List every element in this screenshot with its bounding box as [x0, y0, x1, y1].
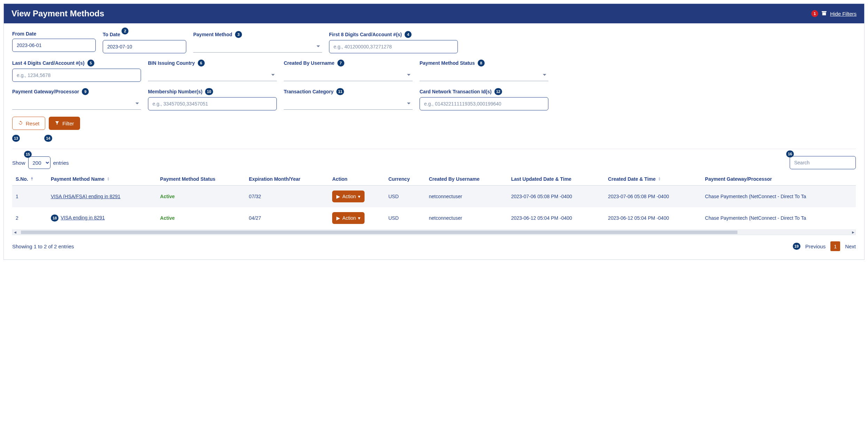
txn-category-select[interactable]	[284, 97, 413, 110]
pagination: 19 Previous 1 Next	[793, 241, 856, 251]
hide-filters-link[interactable]: Hide Filters	[830, 11, 857, 17]
cell-gateway: Chase Paymentech (NetConnect - Direct To…	[702, 207, 856, 229]
network-txn-label: Card Network Transaction Id(s)	[420, 89, 492, 94]
next-button[interactable]: Next	[845, 243, 856, 249]
badge-9: 9	[82, 88, 89, 95]
membership-input[interactable]	[148, 97, 277, 110]
pm-status-label: Payment Method Status	[420, 60, 475, 66]
horizontal-scrollbar[interactable]: ◀ ▶	[12, 230, 856, 235]
show-label: Show	[12, 160, 25, 166]
cell-last-updated: 2023-07-06 05:08 PM -0400	[508, 186, 604, 208]
entries-info: Showing 1 to 2 of 2 entries	[12, 243, 74, 249]
payment-method-label: Payment Method	[193, 32, 232, 37]
pm-status-select[interactable]	[420, 69, 548, 81]
col-pm-name[interactable]: 17Payment Method Name▲▼	[47, 173, 157, 186]
col-sno[interactable]: S.No.▲▼	[12, 173, 47, 186]
col-action: Action	[329, 173, 385, 186]
last4-input[interactable]	[12, 69, 141, 82]
cell-last-updated: 2023-06-12 05:04 PM -0400	[508, 207, 604, 229]
svg-rect-1	[822, 12, 826, 15]
cell-sno: 2	[12, 207, 47, 229]
action-button[interactable]: ▶Action▾	[332, 212, 365, 224]
cell-exp: 07/32	[245, 186, 329, 208]
badge-15: 15	[24, 151, 32, 158]
col-exp[interactable]: Expiration Month/Year	[245, 173, 329, 186]
network-txn-input[interactable]	[420, 97, 548, 110]
membership-label: Membership Number(s)	[148, 89, 202, 94]
payment-methods-window: View Payment Methods 1 Hide Filters From…	[3, 3, 865, 260]
cell-gateway: Chase Paymentech (NetConnect - Direct To…	[702, 186, 856, 208]
archive-icon	[821, 10, 827, 17]
col-pm-status[interactable]: Payment Method Status	[157, 173, 245, 186]
play-icon: ▶	[336, 215, 340, 221]
status-badge: Active	[160, 215, 175, 221]
bin-country-label: BIN Issuing Country	[148, 60, 195, 66]
last4-label: Last 4 Digits Card/Account #(s)	[12, 60, 85, 66]
table-row: 2 18VISA ending in 8291 Active 04/27 ▶Ac…	[12, 207, 856, 229]
col-last-updated[interactable]: Last Updated Date & Time	[508, 173, 604, 186]
filter-count-badge: 1	[811, 10, 818, 17]
hide-filters-group: 1 Hide Filters	[811, 10, 857, 17]
created-by-select[interactable]	[284, 69, 413, 81]
status-badge: Active	[160, 194, 175, 199]
cell-created-by: netconnectuser	[425, 186, 508, 208]
caret-down-icon: ▾	[358, 194, 360, 199]
scroll-left-icon[interactable]: ◀	[13, 230, 17, 235]
col-gateway[interactable]: Payment Gateway/Processor	[702, 173, 856, 186]
search-input[interactable]	[790, 156, 856, 169]
badge-6: 6	[198, 60, 205, 67]
table-row: 1 VISA (HSA/FSA) ending in 8291 Active 0…	[12, 186, 856, 208]
current-page[interactable]: 1	[830, 241, 840, 251]
scroll-right-icon[interactable]: ▶	[851, 230, 855, 235]
play-icon: ▶	[336, 194, 340, 199]
cell-created-dt: 2023-07-06 05:08 PM -0400	[604, 186, 701, 208]
badge-16: 16	[786, 150, 794, 157]
filters-area: From Date To Date2 Payment Method3 First…	[4, 23, 864, 133]
badge-12: 12	[494, 88, 502, 95]
show-entries-group: 15 Show 200 entries	[12, 156, 69, 169]
previous-button[interactable]: Previous	[805, 243, 826, 249]
badge-13: 13	[12, 135, 20, 142]
payment-method-select[interactable]	[193, 40, 322, 53]
payment-method-link[interactable]: VISA ending in 8291	[61, 215, 105, 220]
scroll-thumb[interactable]	[21, 231, 737, 234]
first8-input[interactable]	[329, 40, 458, 53]
page-size-select[interactable]: 200	[28, 156, 50, 169]
col-currency[interactable]: Currency	[385, 173, 425, 186]
from-date-label: From Date	[12, 31, 36, 37]
to-date-label: To Date	[103, 32, 120, 37]
table-scroll[interactable]: S.No.▲▼ 17Payment Method Name▲▼ Payment …	[12, 173, 856, 229]
cell-currency: USD	[385, 186, 425, 208]
payment-methods-table: S.No.▲▼ 17Payment Method Name▲▼ Payment …	[12, 173, 856, 229]
bin-country-select[interactable]	[148, 69, 277, 81]
reset-button[interactable]: Reset	[12, 117, 45, 130]
badge-14: 14	[44, 135, 52, 142]
badge-5: 5	[87, 60, 94, 67]
page-title: View Payment Methods	[11, 9, 104, 18]
payment-method-link[interactable]: VISA (HSA/FSA) ending in 8291	[51, 194, 120, 199]
panel-header: View Payment Methods 1 Hide Filters	[4, 4, 864, 23]
badge-4: 4	[405, 31, 412, 38]
gateway-select[interactable]	[12, 97, 141, 110]
action-button[interactable]: ▶Action▾	[332, 191, 365, 202]
from-date-input[interactable]	[12, 39, 96, 52]
filter-button[interactable]: Filter	[49, 117, 80, 130]
to-date-input[interactable]	[103, 40, 186, 53]
cell-created-dt: 2023-06-12 05:04 PM -0400	[604, 207, 701, 229]
badge-11: 11	[336, 88, 344, 95]
badge-18: 18	[51, 215, 58, 222]
refresh-icon	[18, 121, 23, 126]
cell-currency: USD	[385, 207, 425, 229]
first8-label: First 8 Digits Card/Account #(s)	[329, 32, 402, 37]
col-created-dt[interactable]: Created Date & Time▲▼	[604, 173, 701, 186]
col-created-by[interactable]: Created By Username	[425, 173, 508, 186]
cell-created-by: netconnectuser	[425, 207, 508, 229]
badge-3: 3	[235, 31, 242, 38]
badge-7: 7	[337, 60, 344, 67]
filter-label: Filter	[62, 121, 74, 126]
reset-label: Reset	[26, 121, 39, 126]
svg-rect-0	[822, 11, 827, 12]
caret-down-icon: ▾	[358, 215, 360, 221]
badge-2: 2	[122, 28, 128, 34]
created-by-label: Created By Username	[284, 60, 335, 66]
